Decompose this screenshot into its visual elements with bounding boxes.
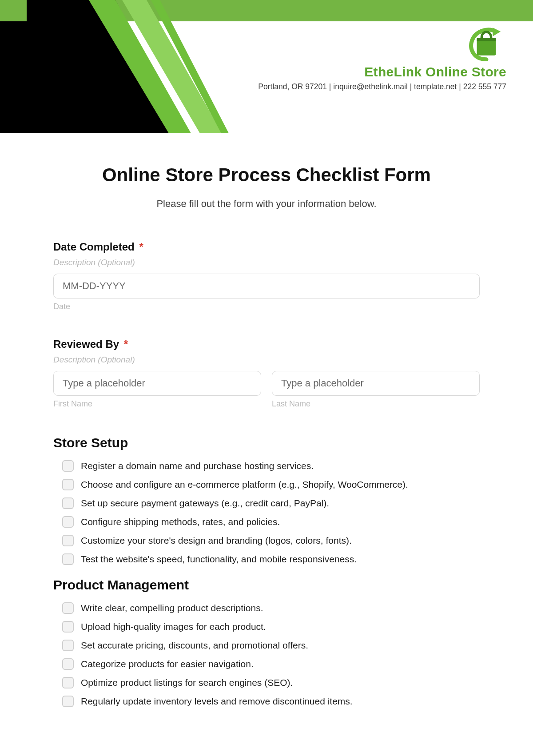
checkbox-label: Test the website's speed, functionality,…: [81, 554, 357, 565]
checkbox[interactable]: [62, 677, 74, 688]
checkbox[interactable]: [62, 602, 74, 614]
checkbox[interactable]: [62, 497, 74, 509]
date-completed-input[interactable]: [53, 274, 480, 298]
shopping-bag-icon: [466, 24, 506, 62]
checkbox-label: Optimize product listings for search eng…: [81, 677, 293, 688]
brand-contact: Portland, OR 97201 | inquire@ethelink.ma…: [258, 82, 506, 92]
svg-marker-5: [493, 28, 501, 36]
product-management-heading: Product Management: [53, 577, 480, 593]
page-title: Online Store Process Checklist Form: [53, 164, 480, 186]
brand-block: EtheLink Online Store Portland, OR 97201…: [258, 24, 506, 92]
checkbox-label: Customize your store's design and brandi…: [81, 535, 352, 546]
list-item: Choose and configure an e-commerce platf…: [62, 479, 480, 490]
list-item: Upload high-quality images for each prod…: [62, 621, 480, 633]
reviewed-by-description: Description (Optional): [53, 355, 480, 365]
brand-name: EtheLink Online Store: [258, 64, 506, 80]
page-subtitle: Please fill out the form with your infor…: [53, 198, 480, 210]
checkbox[interactable]: [62, 696, 74, 707]
list-item: Write clear, compelling product descript…: [62, 602, 480, 614]
last-name-input[interactable]: [272, 371, 480, 396]
checkbox-label: Set accurate pricing, discounts, and pro…: [81, 640, 308, 651]
first-name-sublabel: First Name: [53, 399, 261, 409]
checkbox[interactable]: [62, 553, 74, 565]
list-item: Regularly update inventory levels and re…: [62, 696, 480, 707]
checkbox[interactable]: [62, 535, 74, 546]
checkbox[interactable]: [62, 621, 74, 633]
checkbox[interactable]: [62, 460, 74, 472]
checkbox[interactable]: [62, 640, 74, 651]
svg-marker-4: [0, 0, 27, 21]
checkbox[interactable]: [62, 658, 74, 670]
store-setup-list: Register a domain name and purchase host…: [53, 460, 480, 565]
last-name-sublabel: Last Name: [272, 399, 480, 409]
brand-logo: [258, 24, 506, 62]
required-mark: *: [139, 241, 143, 253]
first-name-input[interactable]: [53, 371, 261, 396]
reviewed-by-field: Reviewed By * Description (Optional) Fir…: [53, 338, 480, 409]
store-setup-heading: Store Setup: [53, 435, 480, 450]
list-item: Optimize product listings for search eng…: [62, 677, 480, 688]
checkbox-label: Upload high-quality images for each prod…: [81, 621, 266, 632]
required-mark: *: [124, 338, 128, 350]
list-item: Register a domain name and purchase host…: [62, 460, 480, 472]
checkbox-label: Write clear, compelling product descript…: [81, 603, 263, 613]
list-item: Categorize products for easier navigatio…: [62, 658, 480, 670]
date-completed-label-text: Date Completed: [53, 241, 135, 253]
header-stripes-graphic: [0, 0, 231, 133]
header-banner: EtheLink Online Store Portland, OR 97201…: [0, 0, 533, 133]
checkbox-label: Configure shipping methods, rates, and p…: [81, 517, 280, 527]
list-item: Set up secure payment gateways (e.g., cr…: [62, 497, 480, 509]
reviewed-by-label-text: Reviewed By: [53, 338, 119, 350]
checkbox-label: Register a domain name and purchase host…: [81, 461, 314, 471]
checkbox-label: Regularly update inventory levels and re…: [81, 696, 353, 707]
checkbox-label: Choose and configure an e-commerce platf…: [81, 479, 408, 490]
date-completed-label: Date Completed *: [53, 241, 480, 253]
form-page: Online Store Process Checklist Form Plea…: [53, 164, 480, 707]
reviewed-by-label: Reviewed By *: [53, 338, 480, 350]
date-completed-description: Description (Optional): [53, 258, 480, 267]
list-item: Test the website's speed, functionality,…: [62, 553, 480, 565]
checkbox[interactable]: [62, 479, 74, 490]
date-completed-field: Date Completed * Description (Optional) …: [53, 241, 480, 311]
list-item: Configure shipping methods, rates, and p…: [62, 516, 480, 528]
product-management-list: Write clear, compelling product descript…: [53, 602, 480, 707]
svg-rect-7: [477, 38, 496, 41]
checkbox-label: Set up secure payment gateways (e.g., cr…: [81, 498, 329, 509]
date-completed-sublabel: Date: [53, 302, 480, 311]
list-item: Customize your store's design and brandi…: [62, 535, 480, 546]
list-item: Set accurate pricing, discounts, and pro…: [62, 640, 480, 651]
checkbox[interactable]: [62, 516, 74, 528]
checkbox-label: Categorize products for easier navigatio…: [81, 659, 254, 669]
